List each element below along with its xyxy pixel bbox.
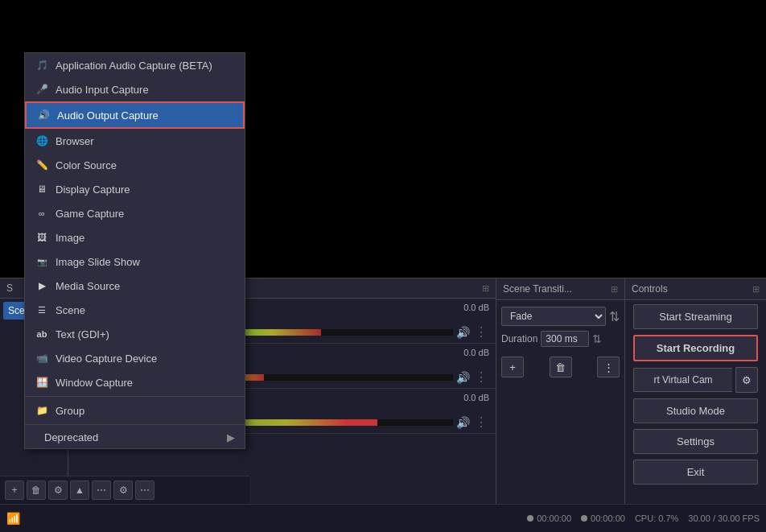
image-slide-icon: 📷: [35, 254, 49, 269]
status-left: 📶: [6, 512, 20, 525]
gear-icon: ⚙: [54, 485, 63, 496]
menu-item-browser[interactable]: 🌐 Browser: [25, 129, 245, 153]
up-arrow-icon: ▲: [75, 485, 84, 496]
cpu-label: CPU: 0.7%: [635, 513, 678, 523]
recording-indicator: 00:00:00: [527, 513, 571, 523]
studio-mode-button[interactable]: Studio Mode: [633, 398, 758, 423]
mixer-ch2-icons: 🔊 ⋮: [456, 369, 489, 385]
source-up-button[interactable]: ▲: [70, 480, 89, 500]
transition-arrows[interactable]: ⇅: [609, 309, 620, 324]
menu-divider: [25, 396, 245, 397]
menu-item-text-gdi[interactable]: ab Text (GDI+): [25, 322, 245, 346]
menu-item-window-capture[interactable]: 🪟 Window Capture: [25, 370, 245, 394]
fps-label: 30.00 / 30.00 FPS: [688, 513, 760, 523]
recording-time: 00:00:00: [537, 513, 571, 523]
controls-title: Controls: [632, 283, 668, 295]
video-capture-icon: 📹: [35, 351, 49, 365]
menu-item-deprecated[interactable]: Deprecated ▶: [25, 427, 245, 448]
audio-output-icon: 🔊: [36, 108, 51, 122]
menu-item-color-source[interactable]: ✏️ Color Source: [25, 153, 245, 177]
start-virtual-cam-button[interactable]: rt Virtual Cam: [633, 368, 732, 392]
transition-duration-row: Duration ⇅: [496, 329, 624, 353]
recording-dot: [527, 515, 533, 522]
color-source-icon: ✏️: [35, 158, 49, 172]
transitions-title: Scene Transiti...: [503, 283, 572, 295]
source-configure-button[interactable]: ⚙: [113, 480, 133, 500]
menu-item-image-slide[interactable]: 📷 Image Slide Show: [25, 250, 245, 274]
settings-button[interactable]: Settings: [633, 429, 758, 454]
mixer-ch1-vol-icon[interactable]: 🔊: [456, 326, 470, 339]
streaming-indicator: 00:00:00: [581, 513, 625, 523]
transitions-expand-icon[interactable]: ⊞: [611, 284, 618, 295]
mixer-ch3-db: 0.0 dB: [463, 393, 489, 402]
window-capture-icon: 🪟: [35, 375, 49, 390]
delete-icon: 🗑: [31, 485, 41, 496]
controls-icons: ⊞: [752, 284, 760, 295]
browser-icon: 🌐: [35, 134, 49, 148]
cpu-indicator: CPU: 0.7%: [635, 513, 678, 523]
controls-header: Controls ⊞: [625, 278, 766, 300]
mixer-ch3-icons: 🔊 ⋮: [456, 414, 489, 430]
transitions-icons: ⊞: [611, 284, 618, 295]
mixer-ch1-db: 0.0 dB: [463, 303, 489, 312]
source-more-button[interactable]: ⋯: [92, 480, 111, 500]
source-settings-button[interactable]: ⚙: [48, 480, 68, 500]
mixer-ch1-icons: 🔊 ⋮: [456, 324, 489, 340]
game-capture-icon: ∞: [35, 206, 49, 221]
mixer-ch2-db: 0.0 dB: [463, 348, 489, 357]
app-audio-icon: 🎵: [35, 58, 49, 72]
add-source-button[interactable]: +: [5, 480, 24, 500]
scene-icon: ☰: [35, 303, 49, 317]
source-more-icon: ⋯: [97, 485, 106, 496]
virtual-gear-icon: ⚙: [742, 374, 752, 386]
configure-icon: ⚙: [119, 485, 128, 496]
menu-item-game-capture[interactable]: ∞ Game Capture: [25, 201, 245, 225]
transition-menu-button[interactable]: ⋮: [597, 357, 620, 377]
menu-item-audio-input[interactable]: 🎤 Audio Input Capture: [25, 77, 245, 101]
duration-input[interactable]: [541, 331, 589, 347]
menu-item-display-capture[interactable]: 🖥 Display Capture: [25, 177, 245, 201]
add-icon: +: [11, 485, 17, 496]
menu-item-image[interactable]: 🖼 Image: [25, 225, 245, 250]
group-icon: 📁: [35, 403, 49, 418]
delete-source-button[interactable]: 🗑: [27, 480, 46, 500]
mixer-ch3-vol-icon[interactable]: 🔊: [456, 416, 470, 429]
fps-indicator: 30.00 / 30.00 FPS: [688, 513, 760, 523]
transition-type-select[interactable]: Fade: [501, 307, 606, 326]
scenes-panel-title: S: [6, 282, 13, 294]
mixer-ch2-vol-icon[interactable]: 🔊: [456, 371, 470, 384]
status-icon: 📶: [6, 512, 20, 525]
mixer-expand-icon[interactable]: ⊞: [482, 283, 489, 294]
mixer-ch2-menu[interactable]: ⋮: [473, 369, 489, 385]
mixer-ch3-menu[interactable]: ⋮: [473, 414, 489, 430]
extra-icon: ⋯: [140, 485, 150, 496]
add-transition-button[interactable]: +: [501, 357, 524, 377]
streaming-time: 00:00:00: [591, 513, 625, 523]
mixer-ch1-menu[interactable]: ⋮: [473, 324, 489, 340]
transitions-panel: Scene Transiti... ⊞ Fade ⇅ Duration ⇅ + …: [496, 278, 625, 504]
mixer-panel-icons: ⊞: [482, 283, 489, 294]
menu-item-media-source[interactable]: ▶ Media Source: [25, 274, 245, 298]
delete-transition-button[interactable]: 🗑: [550, 357, 572, 377]
menu-item-scene[interactable]: ☰ Scene: [25, 298, 245, 322]
menu-item-audio-output[interactable]: 🔊 Audio Output Capture: [25, 101, 245, 129]
submenu-arrow-icon: ▶: [227, 431, 235, 443]
menu-item-app-audio[interactable]: 🎵 Application Audio Capture (BETA): [25, 53, 245, 77]
menu-divider-2: [25, 424, 245, 425]
start-streaming-button[interactable]: Start Streaming: [633, 304, 758, 329]
virtual-cam-gear-button[interactable]: ⚙: [735, 367, 758, 393]
source-extra-button[interactable]: ⋯: [135, 480, 154, 500]
transitions-header: Scene Transiti... ⊞: [496, 278, 624, 300]
audio-input-icon: 🎤: [35, 82, 49, 97]
image-icon: 🖼: [35, 230, 49, 245]
menu-item-video-capture[interactable]: 📹 Video Capture Device: [25, 346, 245, 370]
duration-arrows[interactable]: ⇅: [592, 332, 602, 345]
exit-button[interactable]: Exit: [633, 460, 758, 485]
controls-panel: Controls ⊞ Start Streaming Start Recordi…: [625, 278, 766, 504]
menu-item-group[interactable]: 📁 Group: [25, 398, 245, 423]
start-recording-button[interactable]: Start Recording: [633, 335, 758, 361]
status-center: 00:00:00 00:00:00 CPU: 0.7% 30.00 / 30.0…: [527, 513, 760, 523]
status-bar: 📶 00:00:00 00:00:00 CPU: 0.7% 30.00 / 30…: [0, 504, 766, 532]
controls-expand-icon[interactable]: ⊞: [752, 284, 760, 295]
streaming-dot: [581, 515, 587, 522]
